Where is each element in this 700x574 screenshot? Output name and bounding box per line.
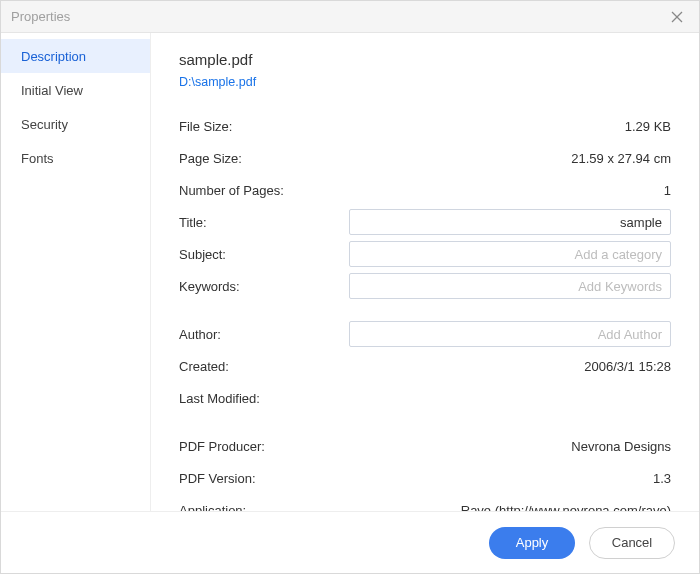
row-application: Application: Rave (http://www.nevrona.co… <box>179 495 671 511</box>
value-application: Rave (http://www.nevrona.com/rave) <box>349 503 671 512</box>
subject-input[interactable] <box>349 241 671 267</box>
dialog-body: Description Initial View Security Fonts … <box>1 33 699 511</box>
row-last-modified: Last Modified: <box>179 383 671 413</box>
row-file-size: File Size: 1.29 KB <box>179 111 671 141</box>
label-last-modified: Last Modified: <box>179 391 349 406</box>
cancel-button[interactable]: Cancel <box>589 527 675 559</box>
titlebar: Properties <box>1 1 699 33</box>
keywords-input[interactable] <box>349 273 671 299</box>
row-pdf-version: PDF Version: 1.3 <box>179 463 671 493</box>
label-application: Application: <box>179 503 349 512</box>
row-num-pages: Number of Pages: 1 <box>179 175 671 205</box>
properties-dialog: Properties Description Initial View Secu… <box>0 0 700 574</box>
label-author: Author: <box>179 327 349 342</box>
close-icon <box>671 11 683 23</box>
label-num-pages: Number of Pages: <box>179 183 349 198</box>
row-pdf-producer: PDF Producer: Nevrona Designs <box>179 431 671 461</box>
value-created: 2006/3/1 15:28 <box>349 359 671 374</box>
value-pdf-producer: Nevrona Designs <box>349 439 671 454</box>
row-page-size: Page Size: 21.59 x 27.94 cm <box>179 143 671 173</box>
label-file-size: File Size: <box>179 119 349 134</box>
sidebar-item-label: Description <box>21 49 86 64</box>
label-subject: Subject: <box>179 247 349 262</box>
value-file-size: 1.29 KB <box>349 119 671 134</box>
sidebar-item-initial-view[interactable]: Initial View <box>1 73 150 107</box>
row-created: Created: 2006/3/1 15:28 <box>179 351 671 381</box>
file-path-link[interactable]: D:\sample.pdf <box>179 75 256 89</box>
row-subject: Subject: <box>179 239 671 269</box>
title-input[interactable] <box>349 209 671 235</box>
sidebar-item-label: Security <box>21 117 68 132</box>
sidebar-item-label: Initial View <box>21 83 83 98</box>
label-keywords: Keywords: <box>179 279 349 294</box>
label-page-size: Page Size: <box>179 151 349 166</box>
value-pdf-version: 1.3 <box>349 471 671 486</box>
apply-button[interactable]: Apply <box>489 527 575 559</box>
row-keywords: Keywords: <box>179 271 671 301</box>
label-created: Created: <box>179 359 349 374</box>
value-num-pages: 1 <box>349 183 671 198</box>
row-title: Title: <box>179 207 671 237</box>
file-name: sample.pdf <box>179 51 671 68</box>
close-button[interactable] <box>665 5 689 29</box>
value-page-size: 21.59 x 27.94 cm <box>349 151 671 166</box>
dialog-footer: Apply Cancel <box>1 511 699 573</box>
window-title: Properties <box>11 9 665 24</box>
label-title: Title: <box>179 215 349 230</box>
row-author: Author: <box>179 319 671 349</box>
sidebar-item-fonts[interactable]: Fonts <box>1 141 150 175</box>
sidebar: Description Initial View Security Fonts <box>1 33 151 511</box>
label-pdf-version: PDF Version: <box>179 471 349 486</box>
label-pdf-producer: PDF Producer: <box>179 439 349 454</box>
content-panel: sample.pdf D:\sample.pdf File Size: 1.29… <box>151 33 699 511</box>
author-input[interactable] <box>349 321 671 347</box>
sidebar-item-description[interactable]: Description <box>1 39 150 73</box>
sidebar-item-label: Fonts <box>21 151 54 166</box>
sidebar-item-security[interactable]: Security <box>1 107 150 141</box>
